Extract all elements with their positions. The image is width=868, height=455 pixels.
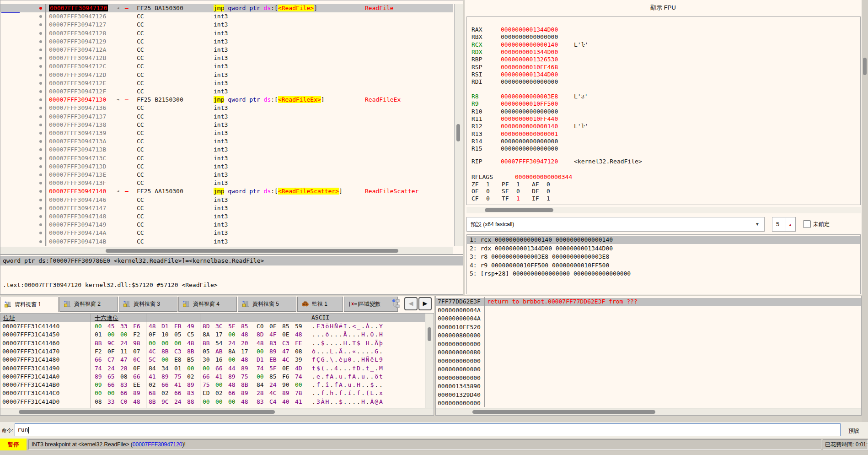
hex-byte[interactable]: 5F <box>228 323 239 330</box>
hex-byte[interactable]: 89 <box>228 373 239 380</box>
hex-byte[interactable]: 84 <box>257 381 268 388</box>
hex-byte[interactable]: 8B <box>241 381 252 388</box>
breakpoint-address-link[interactable]: 00007FFF30947120 <box>133 441 182 448</box>
disasm-row[interactable]: 00007FFF3094713FCCint3 <box>0 179 453 187</box>
breakpoint-dot[interactable] <box>39 165 42 168</box>
hex-byte[interactable]: 75 <box>241 373 252 380</box>
flag-value[interactable]: 0 <box>516 188 520 195</box>
hex-byte[interactable]: 4F <box>269 331 280 338</box>
hex-byte[interactable]: 20 <box>241 340 252 347</box>
hex-byte[interactable]: 40 <box>282 398 293 405</box>
register-row[interactable]: RBP0000000001326530 <box>467 56 860 63</box>
hex-byte[interactable]: 4D <box>295 365 306 372</box>
stack-row[interactable]: 000001343890 <box>436 383 861 391</box>
breakpoint-dot[interactable] <box>39 148 42 151</box>
register-value[interactable]: 00007FFF30947120 <box>501 158 558 165</box>
register-row[interactable]: RSI0000000001344D00 <box>467 71 860 78</box>
disasm-hscrollbar[interactable] <box>0 247 453 255</box>
hex-byte[interactable]: 89 <box>133 390 144 396</box>
registers-hscrollbar[interactable] <box>466 207 861 213</box>
hexdump-vscroll-thumb[interactable] <box>428 327 431 341</box>
hex-byte[interactable]: 85 <box>241 323 252 330</box>
arg-count-stepper[interactable]: 5 ▲▼ <box>772 217 796 232</box>
hex-byte[interactable]: 48 <box>149 323 160 330</box>
hex-byte[interactable]: F6 <box>133 323 144 330</box>
hex-byte[interactable]: 9C <box>161 398 172 405</box>
breakpoint-dot[interactable] <box>39 65 42 68</box>
hex-byte[interactable]: C0 <box>120 398 131 405</box>
hex-byte[interactable]: 44 <box>228 365 239 372</box>
hex-byte[interactable]: EB <box>269 356 280 363</box>
breakpoint-dot[interactable] <box>39 190 42 193</box>
flag-value[interactable]: 1 <box>516 195 520 202</box>
hex-byte[interactable]: 49 <box>187 323 198 330</box>
hex-byte[interactable]: 39 <box>295 356 306 363</box>
hex-byte[interactable]: 47 <box>120 356 131 363</box>
hex-byte[interactable]: 8B <box>203 340 214 347</box>
flags-row[interactable]: ZF1PF1AF0 <box>467 181 860 188</box>
tab-watch[interactable]: 監視 1 <box>297 297 343 312</box>
breakpoint-dot[interactable] <box>39 74 42 76</box>
tab-locals[interactable]: |x=|區域變數 <box>344 297 398 312</box>
hex-byte[interactable]: C3 <box>282 340 293 347</box>
breakpoint-dot[interactable] <box>39 232 42 234</box>
hex-byte[interactable]: 00 <box>149 340 160 347</box>
hex-byte[interactable]: 78 <box>295 390 306 396</box>
hex-byte[interactable]: 00 <box>161 340 172 347</box>
hex-byte[interactable]: 00 <box>228 356 239 363</box>
hex-byte[interactable]: 24 <box>107 365 118 372</box>
hex-byte[interactable]: 8A <box>228 348 239 355</box>
breakpoint-dot[interactable] <box>39 49 42 51</box>
hexdump-row[interactable]: 00007FFF31C41450010000F20F1005C58A170048… <box>0 331 434 339</box>
hex-byte[interactable]: 10 <box>161 331 172 338</box>
hex-byte[interactable]: 74 <box>95 365 106 372</box>
show-fpu-button[interactable]: 顯示 FPU <box>465 4 862 12</box>
struct-icon[interactable] <box>391 298 402 309</box>
disasm-row[interactable]: 00007FFF30947128CCint3 <box>0 29 453 38</box>
window-vscrollbar[interactable] <box>862 0 868 439</box>
hex-byte[interactable]: 00 <box>95 390 106 396</box>
breakpoint-dot[interactable] <box>39 240 42 243</box>
disasm-row[interactable]: 00007FFF3094712DCCint3 <box>0 71 453 79</box>
hex-byte[interactable]: 4C <box>149 348 160 355</box>
hex-byte[interactable]: 47 <box>282 348 293 355</box>
hex-byte[interactable]: 89 <box>241 365 252 372</box>
register-row[interactable]: RSP00000000010FF468 <box>467 64 860 71</box>
disasm-row[interactable]: 00007FFF3094714ACCint3 <box>0 229 453 237</box>
hex-byte[interactable]: 66 <box>107 381 118 388</box>
hex-byte[interactable]: 88 <box>187 398 198 405</box>
breakpoint-dot[interactable] <box>39 40 42 43</box>
hex-byte[interactable]: 8A <box>203 331 214 338</box>
hexdump-vscrollbar[interactable] <box>425 314 434 408</box>
hex-byte[interactable]: 05 <box>203 348 214 355</box>
hex-byte[interactable]: E8 <box>174 356 185 363</box>
hex-byte[interactable]: 48 <box>295 331 306 338</box>
disasm-row[interactable]: 00007FFF3094712ECCint3 <box>0 79 453 87</box>
hex-byte[interactable]: C7 <box>107 356 118 363</box>
hex-byte[interactable]: 33 <box>120 323 131 330</box>
hex-byte[interactable]: 66 <box>215 365 226 372</box>
disasm-row[interactable]: 00007FFF30947130◄–FF25 B2150300jmp qword… <box>0 96 453 104</box>
hex-byte[interactable]: 66 <box>174 390 185 396</box>
flag-value[interactable]: 0 <box>547 188 550 195</box>
hex-byte[interactable]: 30 <box>203 356 214 363</box>
flag-value[interactable]: 0 <box>486 188 490 195</box>
breakpoint-dot[interactable] <box>39 223 42 226</box>
hex-byte[interactable]: 24 <box>174 398 185 405</box>
hex-byte[interactable]: 09 <box>95 381 106 388</box>
register-row[interactable]: RDI0000000000000000 <box>467 78 860 86</box>
hex-byte[interactable]: 83 <box>120 381 131 388</box>
disasm-row[interactable]: 00007FFF30947149CCint3 <box>0 221 453 229</box>
hex-byte[interactable]: 11 <box>120 348 131 355</box>
disasm-row[interactable]: 00007FFF30947129CCint3 <box>0 38 453 46</box>
hexdump-hscrollbar[interactable] <box>0 408 434 416</box>
hex-byte[interactable]: 34 <box>161 365 172 372</box>
hex-byte[interactable]: 66 <box>120 390 131 396</box>
register-row-rip[interactable]: RIP00007FFF30947120<kernel32.ReadFile> <box>467 158 860 165</box>
convention-combobox[interactable]: 預設 (x64 fastcall) ▼ <box>466 217 765 232</box>
hex-byte[interactable]: 41 <box>149 373 160 380</box>
hex-byte[interactable]: 89 <box>269 348 280 355</box>
breakpoint-dot[interactable] <box>39 32 42 35</box>
flags-row[interactable]: OF0SF0DF0 <box>467 188 860 195</box>
hex-byte[interactable]: 74 <box>257 365 268 372</box>
